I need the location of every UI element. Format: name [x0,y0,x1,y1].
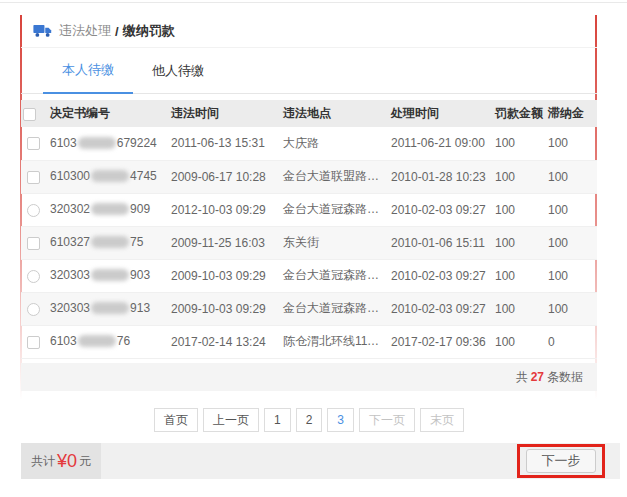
tab-bar: 本人待缴 他人待缴 [21,48,597,94]
location-cell: 金台大道冠森路路口1... [281,259,389,292]
row-radio[interactable] [27,204,40,217]
late-fee-cell: 100 [546,226,597,259]
breadcrumb-current: 缴纳罚款 [123,22,175,40]
pagination-next: 下一页 [359,408,415,432]
table-row: 320303913 2009-10-03 09:29 金台大道冠森路路口1...… [21,292,597,325]
redaction-blur [91,269,129,281]
row-checkbox[interactable] [27,171,40,184]
violation-time-cell: 2009-10-03 09:29 [169,292,281,325]
redaction-blur [91,302,129,314]
redaction-blur [91,203,129,215]
late-fee-cell: 100 [546,193,597,226]
location-cell: 金台大道冠森路路口 [281,193,389,226]
late-fee-cell: 100 [546,292,597,325]
fine-cell: 100 [493,259,546,292]
next-step-button[interactable]: 下一步 [526,449,596,473]
col-fine-amount: 罚款金额 [493,100,546,127]
col-doc-number: 决定书编号 [48,100,169,127]
violation-time-cell: 2017-02-14 13:24 [169,325,281,358]
redaction-blur [91,170,129,182]
total-bar: 共计 ¥0 元 下一步 [21,443,620,479]
table-row: 6103679224 2011-06-13 15:31 大庆路 2011-06-… [21,127,597,160]
row-radio[interactable] [27,303,40,316]
table-row: 320302909 2012-10-03 09:29 金台大道冠森路路口 201… [21,193,597,226]
breadcrumb-divider: / [115,24,119,39]
fine-cell: 100 [493,127,546,160]
pagination-first[interactable]: 首页 [154,408,198,432]
late-fee-cell: 0 [546,325,597,358]
process-time-cell: 2010-02-03 09:27 [389,193,493,226]
total-unit: 元 [79,453,91,470]
fine-cell: 100 [493,193,546,226]
table-header-row: 决定书编号 违法时间 违法地点 处理时间 罚款金额 滞纳金 [21,100,597,127]
highlight-box: 下一步 [517,444,605,478]
select-all-checkbox[interactable] [23,108,36,121]
fine-cell: 100 [493,325,546,358]
total-amount-box: 共计 ¥0 元 [21,443,101,479]
pagination-page-2[interactable]: 2 [296,408,323,432]
row-checkbox[interactable] [27,237,40,250]
page: 违法处理 / 缴纳罚款 本人待缴 他人待缴 决定书编号 违法时间 违法地点 处理… [0,0,627,497]
pagination-page-3-current[interactable]: 3 [327,408,354,432]
col-late-fee: 滞纳金 [546,100,597,127]
violations-table: 决定书编号 违法时间 违法地点 处理时间 罚款金额 滞纳金 6103679224… [21,100,597,359]
table-row: 610376 2017-02-14 13:24 陈仓渭北环线111公里... 2… [21,325,597,358]
location-cell: 陈仓渭北环线111公里... [281,325,389,358]
doc-number-cell: 610376 [48,325,169,358]
fine-cell: 100 [493,226,546,259]
breadcrumb-section: 违法处理 [59,22,111,40]
location-cell: 金台大道联盟路路口 [281,160,389,193]
doc-number-cell: 320303903 [48,259,169,292]
table-row: 320303903 2009-10-03 09:29 金台大道冠森路路口1...… [21,259,597,292]
violation-time-cell: 2009-11-25 16:03 [169,226,281,259]
total-amount: ¥0 [57,451,77,472]
violation-time-cell: 2012-10-03 09:29 [169,193,281,226]
tab-others-pending[interactable]: 他人待缴 [133,62,223,93]
doc-number-cell: 320302909 [48,193,169,226]
total-label: 共计 [31,453,55,470]
truck-icon [33,24,52,38]
col-location: 违法地点 [281,100,389,127]
redaction-blur [78,335,116,347]
pagination: 首页 上一页 1 2 3 下一页 末页 [21,408,597,432]
late-fee-cell: 100 [546,259,597,292]
col-process-time: 处理时间 [389,100,493,127]
table-row: 61032775 2009-11-25 16:03 东关街 2010-01-06… [21,226,597,259]
late-fee-cell: 100 [546,127,597,160]
redaction-blur [78,137,116,149]
fine-cell: 100 [493,292,546,325]
process-time-cell: 2011-06-21 09:00 [389,127,493,160]
late-fee-cell: 100 [546,160,597,193]
process-time-cell: 2010-01-06 15:11 [389,226,493,259]
doc-number-cell: 6103004745 [48,160,169,193]
row-checkbox[interactable] [27,336,40,349]
location-cell: 金台大道冠森路路口1... [281,292,389,325]
doc-number-cell: 320303913 [48,292,169,325]
pagination-prev[interactable]: 上一页 [203,408,259,432]
violation-time-cell: 2011-06-13 15:31 [169,127,281,160]
doc-number-cell: 61032775 [48,226,169,259]
process-time-cell: 2010-01-28 10:23 [389,160,493,193]
doc-number-cell: 6103679224 [48,127,169,160]
table-row: 6103004745 2009-06-17 10:28 金台大道联盟路路口 20… [21,160,597,193]
violation-panel: 违法处理 / 缴纳罚款 本人待缴 他人待缴 决定书编号 违法时间 违法地点 处理… [21,15,597,432]
pagination-last: 末页 [420,408,464,432]
tab-self-pending[interactable]: 本人待缴 [43,61,133,94]
breadcrumb: 违法处理 / 缴纳罚款 [21,15,597,48]
process-time-cell: 2017-02-17 09:36 [389,325,493,358]
col-violation-time: 违法时间 [169,100,281,127]
process-time-cell: 2010-02-03 09:27 [389,259,493,292]
record-count-bar: 共27条数据 [21,363,597,391]
pagination-page-1[interactable]: 1 [264,408,291,432]
record-count-suffix: 条数据 [547,370,583,384]
row-radio[interactable] [27,270,40,283]
record-count-prefix: 共 [516,370,528,384]
location-cell: 东关街 [281,226,389,259]
record-count-value: 27 [531,370,544,384]
process-time-cell: 2010-02-03 09:27 [389,292,493,325]
row-checkbox[interactable] [27,137,40,150]
location-cell: 大庆路 [281,127,389,160]
page-top-divider [0,2,627,3]
violation-time-cell: 2009-06-17 10:28 [169,160,281,193]
redaction-blur [91,236,129,248]
